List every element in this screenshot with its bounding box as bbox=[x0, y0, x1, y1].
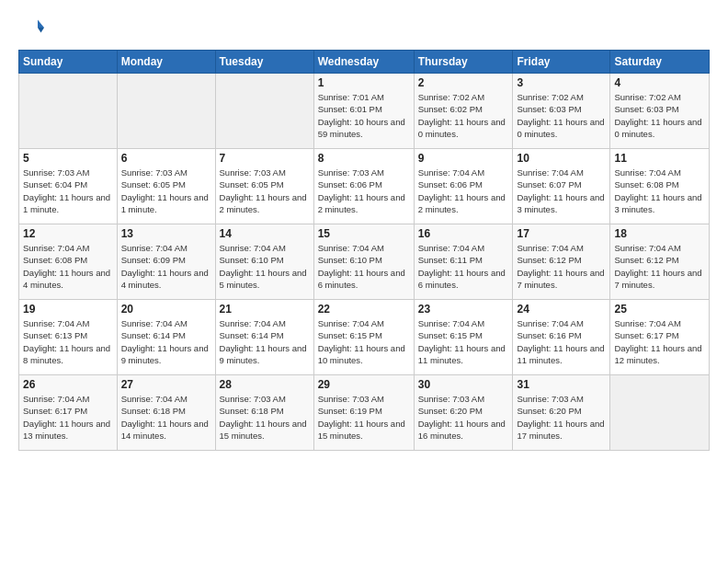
day-info: Sunrise: 7:03 AM Sunset: 6:05 PM Dayligh… bbox=[220, 167, 310, 215]
weekday-header: Friday bbox=[513, 51, 610, 74]
logo-icon bbox=[18, 15, 44, 40]
calendar-cell: 25Sunrise: 7:04 AM Sunset: 6:17 PM Dayli… bbox=[610, 300, 710, 375]
day-number: 16 bbox=[418, 227, 509, 240]
weekday-header: Tuesday bbox=[215, 51, 313, 74]
day-info: Sunrise: 7:03 AM Sunset: 6:18 PM Dayligh… bbox=[220, 393, 310, 442]
logo bbox=[18, 15, 48, 40]
calendar-week-row: 26Sunrise: 7:04 AM Sunset: 6:17 PM Dayli… bbox=[19, 375, 710, 451]
day-info: Sunrise: 7:02 AM Sunset: 6:02 PM Dayligh… bbox=[418, 91, 509, 140]
calendar-cell: 27Sunrise: 7:04 AM Sunset: 6:18 PM Dayli… bbox=[117, 375, 215, 451]
calendar-week-row: 12Sunrise: 7:04 AM Sunset: 6:08 PM Dayli… bbox=[19, 224, 710, 300]
day-info: Sunrise: 7:04 AM Sunset: 6:17 PM Dayligh… bbox=[23, 393, 113, 442]
day-info: Sunrise: 7:04 AM Sunset: 6:07 PM Dayligh… bbox=[517, 167, 606, 215]
calendar-cell: 9Sunrise: 7:04 AM Sunset: 6:06 PM Daylig… bbox=[414, 149, 513, 224]
day-info: Sunrise: 7:03 AM Sunset: 6:04 PM Dayligh… bbox=[23, 167, 113, 215]
day-info: Sunrise: 7:01 AM Sunset: 6:01 PM Dayligh… bbox=[318, 91, 410, 140]
day-info: Sunrise: 7:02 AM Sunset: 6:03 PM Dayligh… bbox=[517, 91, 606, 140]
calendar-header-row: SundayMondayTuesdayWednesdayThursdayFrid… bbox=[19, 51, 710, 74]
calendar-cell: 15Sunrise: 7:04 AM Sunset: 6:10 PM Dayli… bbox=[313, 224, 414, 300]
calendar-cell bbox=[610, 375, 710, 451]
calendar-cell: 30Sunrise: 7:03 AM Sunset: 6:20 PM Dayli… bbox=[414, 375, 513, 451]
svg-marker-1 bbox=[38, 28, 44, 33]
calendar-cell: 3Sunrise: 7:02 AM Sunset: 6:03 PM Daylig… bbox=[513, 74, 610, 149]
calendar-cell: 5Sunrise: 7:03 AM Sunset: 6:04 PM Daylig… bbox=[19, 149, 118, 224]
day-info: Sunrise: 7:02 AM Sunset: 6:03 PM Dayligh… bbox=[614, 91, 705, 140]
day-info: Sunrise: 7:03 AM Sunset: 6:20 PM Dayligh… bbox=[418, 393, 509, 442]
calendar-week-row: 1Sunrise: 7:01 AM Sunset: 6:01 PM Daylig… bbox=[19, 74, 710, 149]
day-info: Sunrise: 7:04 AM Sunset: 6:17 PM Dayligh… bbox=[614, 317, 705, 366]
day-number: 13 bbox=[121, 227, 211, 240]
calendar-cell: 26Sunrise: 7:04 AM Sunset: 6:17 PM Dayli… bbox=[19, 375, 118, 451]
day-number: 12 bbox=[23, 227, 113, 240]
day-number: 24 bbox=[517, 303, 606, 316]
day-info: Sunrise: 7:04 AM Sunset: 6:12 PM Dayligh… bbox=[614, 242, 705, 291]
weekday-header: Wednesday bbox=[313, 51, 414, 74]
day-info: Sunrise: 7:04 AM Sunset: 6:12 PM Dayligh… bbox=[517, 242, 606, 291]
day-number: 14 bbox=[220, 227, 310, 240]
day-info: Sunrise: 7:04 AM Sunset: 6:15 PM Dayligh… bbox=[318, 317, 410, 366]
day-info: Sunrise: 7:04 AM Sunset: 6:10 PM Dayligh… bbox=[220, 242, 310, 291]
day-info: Sunrise: 7:03 AM Sunset: 6:19 PM Dayligh… bbox=[318, 393, 410, 442]
calendar-cell: 8Sunrise: 7:03 AM Sunset: 6:06 PM Daylig… bbox=[313, 149, 414, 224]
calendar-cell: 23Sunrise: 7:04 AM Sunset: 6:15 PM Dayli… bbox=[414, 300, 513, 375]
calendar-cell: 6Sunrise: 7:03 AM Sunset: 6:05 PM Daylig… bbox=[117, 149, 215, 224]
calendar-cell: 24Sunrise: 7:04 AM Sunset: 6:16 PM Dayli… bbox=[513, 300, 610, 375]
calendar-cell: 10Sunrise: 7:04 AM Sunset: 6:07 PM Dayli… bbox=[513, 149, 610, 224]
day-number: 1 bbox=[318, 76, 410, 89]
weekday-header: Thursday bbox=[414, 51, 513, 74]
calendar-week-row: 19Sunrise: 7:04 AM Sunset: 6:13 PM Dayli… bbox=[19, 300, 710, 375]
day-number: 8 bbox=[318, 152, 410, 165]
day-info: Sunrise: 7:04 AM Sunset: 6:11 PM Dayligh… bbox=[418, 242, 509, 291]
day-info: Sunrise: 7:04 AM Sunset: 6:06 PM Dayligh… bbox=[418, 167, 509, 215]
day-number: 25 bbox=[614, 303, 705, 316]
day-number: 19 bbox=[23, 303, 113, 316]
day-info: Sunrise: 7:04 AM Sunset: 6:08 PM Dayligh… bbox=[614, 167, 705, 215]
day-number: 20 bbox=[121, 303, 211, 316]
day-info: Sunrise: 7:04 AM Sunset: 6:18 PM Dayligh… bbox=[121, 393, 211, 442]
day-number: 18 bbox=[614, 227, 705, 240]
weekday-header: Monday bbox=[117, 51, 215, 74]
day-number: 7 bbox=[220, 152, 310, 165]
calendar-cell: 18Sunrise: 7:04 AM Sunset: 6:12 PM Dayli… bbox=[610, 224, 710, 300]
calendar-cell: 22Sunrise: 7:04 AM Sunset: 6:15 PM Dayli… bbox=[313, 300, 414, 375]
calendar-table: SundayMondayTuesdayWednesdayThursdayFrid… bbox=[18, 50, 710, 451]
header bbox=[18, 15, 710, 40]
calendar-cell: 29Sunrise: 7:03 AM Sunset: 6:19 PM Dayli… bbox=[313, 375, 414, 451]
day-info: Sunrise: 7:04 AM Sunset: 6:13 PM Dayligh… bbox=[23, 317, 113, 366]
day-number: 17 bbox=[517, 227, 606, 240]
calendar-cell: 13Sunrise: 7:04 AM Sunset: 6:09 PM Dayli… bbox=[117, 224, 215, 300]
calendar-cell bbox=[19, 74, 118, 149]
calendar-cell: 28Sunrise: 7:03 AM Sunset: 6:18 PM Dayli… bbox=[215, 375, 313, 451]
day-info: Sunrise: 7:04 AM Sunset: 6:15 PM Dayligh… bbox=[418, 317, 509, 366]
day-number: 4 bbox=[614, 76, 705, 89]
page: SundayMondayTuesdayWednesdayThursdayFrid… bbox=[0, 0, 728, 563]
day-number: 23 bbox=[418, 303, 509, 316]
day-number: 27 bbox=[121, 378, 211, 391]
calendar-cell: 21Sunrise: 7:04 AM Sunset: 6:14 PM Dayli… bbox=[215, 300, 313, 375]
calendar-cell: 31Sunrise: 7:03 AM Sunset: 6:20 PM Dayli… bbox=[513, 375, 610, 451]
day-info: Sunrise: 7:04 AM Sunset: 6:08 PM Dayligh… bbox=[23, 242, 113, 291]
day-info: Sunrise: 7:04 AM Sunset: 6:16 PM Dayligh… bbox=[517, 317, 606, 366]
calendar-cell: 7Sunrise: 7:03 AM Sunset: 6:05 PM Daylig… bbox=[215, 149, 313, 224]
calendar-cell: 19Sunrise: 7:04 AM Sunset: 6:13 PM Dayli… bbox=[19, 300, 118, 375]
calendar-cell: 12Sunrise: 7:04 AM Sunset: 6:08 PM Dayli… bbox=[19, 224, 118, 300]
day-number: 31 bbox=[517, 378, 606, 391]
day-info: Sunrise: 7:03 AM Sunset: 6:06 PM Dayligh… bbox=[318, 167, 410, 215]
calendar-cell: 14Sunrise: 7:04 AM Sunset: 6:10 PM Dayli… bbox=[215, 224, 313, 300]
day-number: 5 bbox=[23, 152, 113, 165]
day-number: 6 bbox=[121, 152, 211, 165]
day-number: 10 bbox=[517, 152, 606, 165]
day-number: 11 bbox=[614, 152, 705, 165]
calendar-cell: 2Sunrise: 7:02 AM Sunset: 6:02 PM Daylig… bbox=[414, 74, 513, 149]
svg-marker-0 bbox=[38, 20, 44, 28]
day-number: 21 bbox=[220, 303, 310, 316]
day-number: 26 bbox=[23, 378, 113, 391]
day-number: 28 bbox=[220, 378, 310, 391]
day-number: 30 bbox=[418, 378, 509, 391]
weekday-header: Saturday bbox=[610, 51, 710, 74]
day-info: Sunrise: 7:04 AM Sunset: 6:10 PM Dayligh… bbox=[318, 242, 410, 291]
calendar-cell: 16Sunrise: 7:04 AM Sunset: 6:11 PM Dayli… bbox=[414, 224, 513, 300]
calendar-cell: 1Sunrise: 7:01 AM Sunset: 6:01 PM Daylig… bbox=[313, 74, 414, 149]
day-info: Sunrise: 7:03 AM Sunset: 6:20 PM Dayligh… bbox=[517, 393, 606, 442]
calendar-week-row: 5Sunrise: 7:03 AM Sunset: 6:04 PM Daylig… bbox=[19, 149, 710, 224]
